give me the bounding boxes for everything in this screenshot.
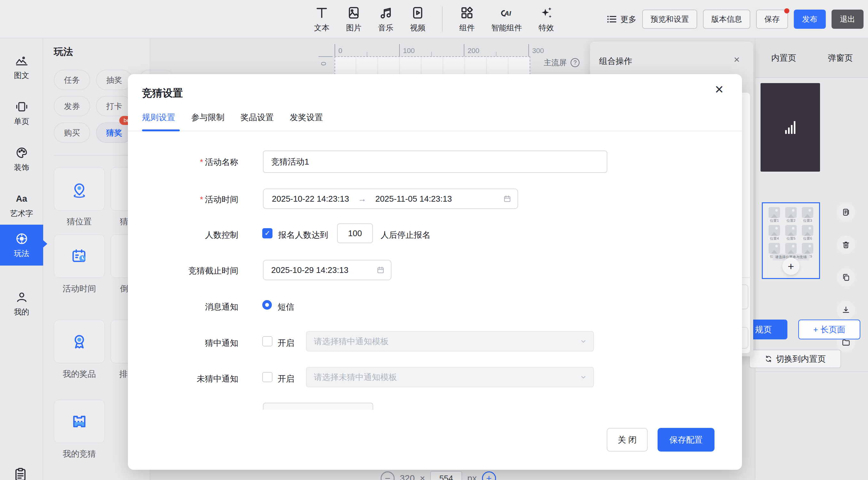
card-my-guess[interactable] <box>54 400 105 443</box>
help-icon[interactable]: ? <box>570 58 580 67</box>
activity-name-input[interactable]: 竞猜活动1 <box>263 150 607 173</box>
tab-prize-settings[interactable]: 奖品设置 <box>241 112 274 123</box>
mountains-icon <box>15 54 29 68</box>
mainscreen-text: 主流屏 <box>544 58 567 68</box>
modal-save-config-button[interactable]: 保存配置 <box>657 428 714 452</box>
modal-close-button[interactable]: 关 闭 <box>607 428 648 452</box>
toolbar-text-button[interactable]: 文本 <box>314 5 330 33</box>
pill-coupon[interactable]: 发券 <box>54 96 90 116</box>
guess-deadline-input[interactable]: 2025-10-29 14:23:13 <box>263 260 392 280</box>
toolbar-divider <box>442 6 443 32</box>
tab-rule-settings[interactable]: 规则设置 <box>142 112 175 123</box>
folder-icon <box>841 338 850 347</box>
toolbar-image-button[interactable]: 图片 <box>346 5 362 33</box>
copy-pages-icon <box>841 273 850 282</box>
image-placeholder-icon <box>769 225 780 236</box>
exit-button[interactable]: 退出 <box>832 9 864 29</box>
select-placeholder: 请选择未猜中通知模板 <box>307 372 397 383</box>
duplicate-button[interactable] <box>837 268 855 287</box>
page-thumbnail-dark[interactable] <box>761 83 820 172</box>
add-long-page-button[interactable]: + 长页面 <box>798 319 860 339</box>
pill-checkin[interactable]: 打卡 <box>96 96 132 116</box>
pill-lottery[interactable]: 抽奖 <box>96 70 132 90</box>
switch-icon <box>764 355 773 363</box>
sms-radio-selected[interactable] <box>262 300 272 310</box>
sidebar-item-imagetext[interactable]: 图文 <box>0 47 43 88</box>
card-activity-time[interactable] <box>54 234 105 278</box>
download-button[interactable] <box>837 301 855 319</box>
toolbar-smart-component-button[interactable]: AI 智能组件 <box>491 5 522 33</box>
toolbar-label: 视频 <box>410 23 425 33</box>
calendar-icon <box>376 266 385 275</box>
delete-button[interactable] <box>837 236 855 254</box>
position-cell: 位置2 <box>784 207 798 223</box>
clipboard-glyph <box>13 467 28 480</box>
sidebar-item-artword[interactable]: Aa 艺术字 <box>0 185 43 226</box>
toolbar-label: 智能组件 <box>491 23 522 33</box>
people-count-input[interactable]: 100 <box>337 224 373 243</box>
mainscreen-label: 主流屏 ? <box>544 58 580 68</box>
more-button[interactable]: 更多 <box>607 14 637 25</box>
sidebar-item-plays-active[interactable]: 玩法 <box>0 225 43 266</box>
toolbar-component-button[interactable]: 组件 <box>459 5 475 33</box>
preview-settings-button[interactable]: 预览和设置 <box>642 9 697 29</box>
activity-time-range-input[interactable]: 2025-10-22 14:23:13 → 2025-11-05 14:23:1… <box>263 188 518 209</box>
card-my-prizes[interactable] <box>54 319 105 363</box>
sidebar-label: 艺术字 <box>10 208 33 218</box>
sidebar-item-mine[interactable]: 我的 <box>0 283 43 324</box>
position-label: 位置2 <box>786 218 796 223</box>
chevron-down-icon <box>580 338 587 345</box>
times-glyph: × <box>420 473 425 480</box>
deadline-value: 2025-10-29 14:23:13 <box>271 265 348 275</box>
tab-builtin-page[interactable]: 内置页 <box>771 53 796 64</box>
download-icon <box>841 306 850 314</box>
toolbar-music-button[interactable]: 音乐 <box>378 5 393 33</box>
right-panel: 内置页 弹窗页 位置1 位置2 位置3 位置4 位置5 位置6 位置7 位置8 … <box>755 38 868 480</box>
doc-lines-icon <box>841 208 850 217</box>
pill-task[interactable]: 任务 <box>54 70 90 90</box>
switch-to-builtin-button[interactable]: 切换到内置页 <box>749 350 841 368</box>
win-notify-checkbox[interactable] <box>262 336 273 346</box>
pill-guess-selected[interactable]: 猜奖 <box>96 123 132 143</box>
position-cell: 位置5 <box>784 225 798 241</box>
modal-close-icon[interactable]: × <box>715 82 723 97</box>
modal-tabs: 规则设置 参与限制 奖品设置 发奖设置 <box>142 112 323 123</box>
card-guess-position[interactable] <box>54 167 105 211</box>
top-toolbar: 文本 图片 音乐 视频 组件 AI 智能组件 <box>0 0 868 38</box>
pill-purchase[interactable]: 购买 <box>54 123 90 143</box>
sidebar-item-decoration[interactable]: 装饰 <box>0 139 43 180</box>
save-button[interactable]: 保存 <box>756 9 788 29</box>
add-page-button[interactable]: + <box>782 258 800 275</box>
miss-template-select[interactable]: 请选择未猜中通知模板 <box>306 367 594 387</box>
position-cell: 位置3 <box>801 207 814 223</box>
tab-popup-page[interactable]: 弹窗页 <box>828 53 853 64</box>
zoom-out-button[interactable]: − <box>380 471 395 480</box>
toolbar-effects-button[interactable]: 特效 <box>538 5 554 33</box>
miss-notify-checkbox[interactable] <box>262 372 273 382</box>
copy-doc-button[interactable] <box>837 203 855 221</box>
zoom-in-button[interactable]: + <box>482 471 496 480</box>
publish-button[interactable]: 发布 <box>794 9 826 29</box>
clipboard-icon[interactable] <box>13 467 28 480</box>
location-pin-icon <box>70 180 89 199</box>
image-placeholder-icon <box>802 243 813 254</box>
win-template-select[interactable]: 请选择猜中通知模板 <box>306 331 594 351</box>
calendar-icon <box>503 194 512 203</box>
canvas-height-input[interactable]: 554 <box>430 471 462 480</box>
toolbar-video-button[interactable]: 视频 <box>410 5 425 33</box>
field-label-message-notify: 消息通知 <box>136 301 238 313</box>
version-info-button[interactable]: 版本信息 <box>703 9 750 29</box>
image-placeholder-icon <box>802 225 813 236</box>
people-limit-checkbox-checked[interactable]: ✓ <box>262 228 273 238</box>
sidebar-item-singlepage[interactable]: 单页 <box>0 93 43 134</box>
more-label: 更多 <box>620 14 637 25</box>
ruler-tick <box>335 44 335 56</box>
tab-award-settings[interactable]: 发奖设置 <box>290 112 323 123</box>
tabs-divider <box>128 131 742 131</box>
group-panel-close-icon[interactable]: × <box>734 54 740 66</box>
position-label: 位置6 <box>803 236 812 241</box>
tab-participation-limit[interactable]: 参与限制 <box>191 112 224 123</box>
ruler-tick-minor <box>367 52 367 56</box>
list-icon <box>607 14 617 25</box>
ai-icon: AI <box>499 5 514 20</box>
